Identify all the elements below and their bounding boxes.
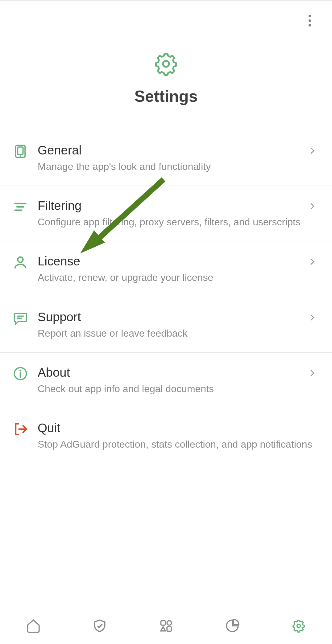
dot-icon	[309, 19, 311, 22]
svg-rect-15	[161, 621, 165, 625]
item-title: General	[38, 143, 302, 158]
item-body: Quit Stop AdGuard protection, stats coll…	[38, 420, 317, 451]
item-title: License	[38, 254, 302, 269]
settings-item-quit[interactable]: Quit Stop AdGuard protection, stats coll…	[0, 408, 332, 463]
item-title: Support	[38, 310, 302, 324]
item-subtitle: Activate, renew, or upgrade your license	[38, 271, 302, 284]
chevron-right-icon	[308, 369, 317, 377]
settings-item-filtering[interactable]: Filtering Configure app filtering, proxy…	[0, 186, 332, 241]
filter-icon	[12, 199, 28, 215]
more-button[interactable]	[303, 14, 317, 27]
shield-icon	[92, 618, 107, 634]
apps-icon	[158, 618, 174, 634]
gear-icon	[152, 50, 180, 78]
dot-icon	[309, 24, 311, 27]
item-title: About	[38, 365, 302, 380]
user-icon	[12, 254, 28, 270]
settings-item-about[interactable]: About Check out app info and legal docum…	[0, 353, 332, 408]
gear-icon	[291, 618, 306, 634]
settings-list: General Manage the app's look and functi…	[0, 130, 332, 463]
chevron-right-icon	[308, 257, 317, 266]
item-body: About Check out app info and legal docum…	[38, 365, 302, 396]
home-icon	[26, 618, 41, 634]
svg-point-16	[167, 621, 172, 625]
svg-point-0	[163, 61, 169, 67]
item-body: General Manage the app's look and functi…	[38, 143, 302, 173]
chevron-right-icon	[308, 202, 317, 211]
phone-icon	[12, 143, 28, 159]
page-title: Settings	[134, 87, 197, 105]
item-subtitle: Report an issue or leave feedback	[38, 327, 302, 340]
item-subtitle: Stop AdGuard protection, stats collectio…	[38, 438, 317, 451]
dot-icon	[309, 15, 311, 17]
item-body: Filtering Configure app filtering, proxy…	[38, 198, 302, 229]
svg-point-18	[297, 624, 301, 628]
svg-rect-17	[167, 627, 172, 631]
info-icon	[12, 366, 28, 382]
nav-protection[interactable]	[66, 607, 133, 644]
item-body: License Activate, renew, or upgrade your…	[38, 254, 302, 284]
nav-home[interactable]	[0, 607, 66, 644]
chevron-right-icon	[308, 146, 317, 155]
item-subtitle: Manage the app's look and functionality	[38, 160, 302, 173]
quit-icon	[12, 421, 28, 437]
chevron-right-icon	[308, 313, 317, 322]
nav-stats[interactable]	[199, 607, 266, 644]
item-subtitle: Check out app info and legal documents	[38, 382, 302, 396]
item-body: Support Report an issue or leave feedbac…	[38, 310, 302, 340]
bottom-nav	[0, 607, 332, 644]
nav-apps[interactable]	[133, 607, 199, 644]
settings-item-support[interactable]: Support Report an issue or leave feedbac…	[0, 297, 332, 353]
chat-icon	[12, 310, 28, 326]
top-bar	[0, 1, 332, 41]
item-title: Filtering	[38, 198, 302, 213]
settings-item-general[interactable]: General Manage the app's look and functi…	[0, 130, 332, 186]
svg-rect-2	[18, 147, 23, 154]
settings-item-license[interactable]: License Activate, renew, or upgrade your…	[0, 241, 332, 297]
item-subtitle: Configure app filtering, proxy servers, …	[38, 215, 302, 229]
page-header: Settings	[0, 41, 332, 130]
item-title: Quit	[38, 420, 317, 435]
piechart-icon	[225, 618, 240, 634]
svg-point-7	[18, 257, 23, 262]
nav-settings[interactable]	[266, 607, 332, 644]
